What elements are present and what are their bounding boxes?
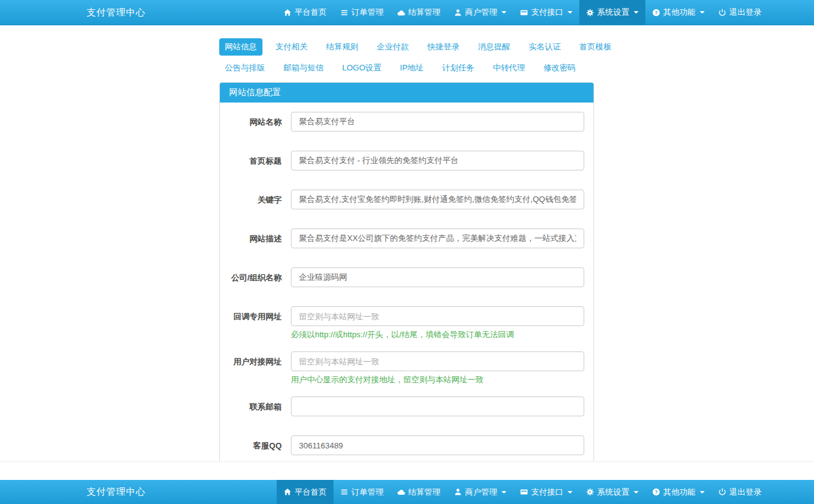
panel-title: 网站信息配置 xyxy=(220,83,594,103)
callback-url-control: 必须以http://或https://开头，以/结尾，填错会导致订单无法回调 xyxy=(291,306,584,340)
tab-payment-related[interactable]: 支付相关 xyxy=(270,38,313,56)
form-group-description: 网站描述 xyxy=(229,229,584,248)
tab-realname-auth[interactable]: 实名认证 xyxy=(523,38,566,56)
tab-announcement-layout[interactable]: 公告与排版 xyxy=(219,59,271,77)
nav-item-label: 系统设置 xyxy=(597,487,629,498)
nav-item-label: 商户管理 xyxy=(465,7,497,18)
company-name-label: 公司/组织名称 xyxy=(229,267,291,287)
list-icon xyxy=(340,9,348,17)
caret-down-icon xyxy=(634,491,639,494)
settings-tabs-row1: 网站信息支付相关结算规则企业付款快捷登录消息提醒实名认证首页模板 xyxy=(219,38,814,56)
form-group-company-name: 公司/组织名称 xyxy=(229,267,584,287)
site-name-input[interactable] xyxy=(291,112,584,132)
nav-item-settle[interactable]: 结算管理 xyxy=(390,0,447,25)
question-icon: ? xyxy=(652,488,660,496)
nav-item-label: 订单管理 xyxy=(351,7,384,18)
callback-url-input[interactable] xyxy=(291,306,584,326)
callback-url-help-text: 必须以http://或https://开头，以/结尾，填错会导致订单无法回调 xyxy=(291,329,584,340)
main-content: 网站信息支付相关结算规则企业付款快捷登录消息提醒实名认证首页模板 公告与排版邮箱… xyxy=(0,25,814,462)
site-info-panel: 网站信息配置 网站名称首页标题关键字网站描述公司/组织名称回调专用网址必须以ht… xyxy=(219,82,594,462)
contact-email-control xyxy=(291,397,584,416)
description-control xyxy=(291,229,584,248)
tab-ip-address[interactable]: IP地址 xyxy=(395,59,429,77)
card-icon xyxy=(520,9,528,17)
nav-item-other[interactable]: ?其他功能 xyxy=(645,480,711,504)
tab-home-template[interactable]: 首页模板 xyxy=(574,38,617,56)
nav-item-label: 结算管理 xyxy=(408,487,440,498)
settings-tabs-row2: 公告与排版邮箱与短信LOGO设置IP地址计划任务中转代理修改密码 xyxy=(219,59,814,77)
service-qq-control xyxy=(291,435,584,455)
tab-message-notify[interactable]: 消息提醒 xyxy=(472,38,516,56)
nav-item-payapi[interactable]: 支付接口 xyxy=(513,0,579,25)
tab-enterprise-payment[interactable]: 企业付款 xyxy=(371,38,414,56)
nav-item-label: 退出登录 xyxy=(729,487,762,498)
caret-down-icon xyxy=(700,491,705,494)
tab-change-password[interactable]: 修改密码 xyxy=(538,59,581,77)
nav-item-label: 结算管理 xyxy=(408,7,440,18)
nav-item-merchant[interactable]: 商户管理 xyxy=(447,480,513,504)
nav-item-system[interactable]: 系统设置 xyxy=(579,480,645,504)
nav-item-logout[interactable]: 退出登录 xyxy=(711,480,768,504)
keywords-input[interactable] xyxy=(291,190,584,209)
nav-item-label: 其他功能 xyxy=(663,7,695,18)
form-group-contact-email: 联系邮箱 xyxy=(229,397,584,416)
power-icon xyxy=(718,488,726,496)
company-name-input[interactable] xyxy=(291,267,584,287)
nav-item-settle[interactable]: 结算管理 xyxy=(390,480,447,504)
nav-item-merchant[interactable]: 商户管理 xyxy=(447,0,513,25)
nav-item-label: 平台首页 xyxy=(295,7,327,18)
user-api-url-input[interactable] xyxy=(291,351,584,371)
tab-settlement-rules[interactable]: 结算规则 xyxy=(321,38,364,56)
gear-icon xyxy=(586,488,594,496)
svg-text:?: ? xyxy=(655,10,658,15)
top-navbar: 支付管理中心 平台首页订单管理结算管理商户管理支付接口系统设置?其他功能退出登录 xyxy=(0,0,814,25)
bottom-navbar: 支付管理中心 平台首页订单管理结算管理商户管理支付接口系统设置?其他功能退出登录 xyxy=(0,480,814,504)
description-input[interactable] xyxy=(291,229,584,248)
nav-item-logout[interactable]: 退出登录 xyxy=(711,0,768,25)
nav-item-label: 订单管理 xyxy=(351,487,384,498)
brand-title: 支付管理中心 xyxy=(86,0,146,25)
service-qq-label: 客服QQ xyxy=(229,435,291,455)
list-icon xyxy=(340,488,348,496)
tab-email-sms[interactable]: 邮箱与短信 xyxy=(278,59,329,77)
nav-item-home-page[interactable]: 平台首页 xyxy=(277,0,334,25)
brand-title-footer: 支付管理中心 xyxy=(86,480,146,504)
caret-down-icon xyxy=(501,11,506,14)
nav-item-label: 平台首页 xyxy=(295,487,327,498)
home-icon xyxy=(283,9,292,17)
nav-item-label: 商户管理 xyxy=(465,487,497,498)
nav-item-system[interactable]: 系统设置 xyxy=(579,0,645,25)
callback-url-label: 回调专用网址 xyxy=(229,306,291,340)
form-group-service-qq: 客服QQ xyxy=(229,435,584,455)
footer-gap xyxy=(0,462,814,480)
nav-item-other[interactable]: ?其他功能 xyxy=(645,0,711,25)
nav-item-label: 其他功能 xyxy=(663,487,695,498)
company-name-control xyxy=(291,267,584,287)
form-group-site-name: 网站名称 xyxy=(229,112,584,132)
card-icon xyxy=(520,488,528,496)
home-icon xyxy=(283,488,292,496)
tab-transfer-proxy[interactable]: 中转代理 xyxy=(487,59,531,77)
caret-down-icon xyxy=(634,11,639,14)
svg-text:?: ? xyxy=(655,489,658,495)
nav-item-orders[interactable]: 订单管理 xyxy=(334,0,390,25)
tab-quick-login[interactable]: 快捷登录 xyxy=(422,38,465,56)
user-icon xyxy=(454,9,462,17)
keywords-label: 关键字 xyxy=(229,190,291,209)
tab-site-info[interactable]: 网站信息 xyxy=(219,38,262,56)
tab-logo-settings[interactable]: LOGO设置 xyxy=(337,59,387,77)
tab-cron-tasks[interactable]: 计划任务 xyxy=(437,59,480,77)
form-group-keywords: 关键字 xyxy=(229,190,584,209)
user-api-url-label: 用户对接网址 xyxy=(229,351,291,385)
nav-item-orders[interactable]: 订单管理 xyxy=(334,480,390,504)
user-api-url-control: 用户中心显示的支付对接地址，留空则与本站网址一致 xyxy=(291,351,584,385)
caret-down-icon xyxy=(568,491,573,494)
nav-item-payapi[interactable]: 支付接口 xyxy=(513,480,579,504)
form-group-callback-url: 回调专用网址必须以http://或https://开头，以/结尾，填错会导致订单… xyxy=(229,306,584,340)
service-qq-input[interactable] xyxy=(291,435,584,455)
contact-email-input[interactable] xyxy=(291,397,584,416)
home-title-input[interactable] xyxy=(291,151,584,170)
nav-item-label: 退出登录 xyxy=(729,7,762,18)
nav-item-home-page[interactable]: 平台首页 xyxy=(277,480,334,504)
site-name-control xyxy=(291,112,584,132)
